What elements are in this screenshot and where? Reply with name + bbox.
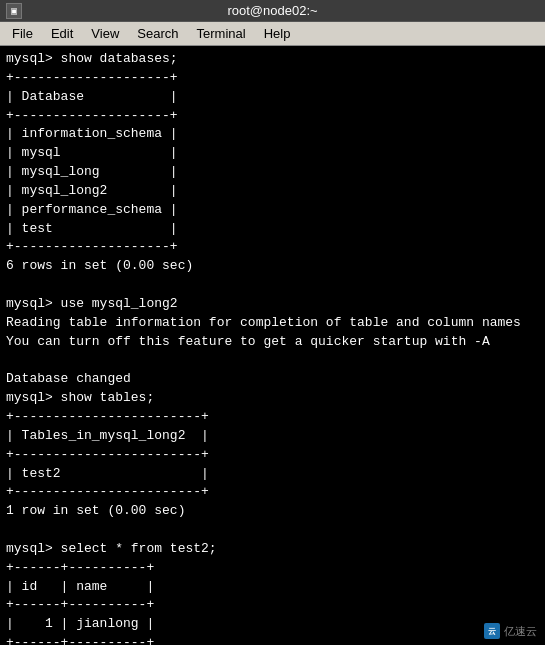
- terminal-body[interactable]: mysql> show databases; +----------------…: [0, 46, 545, 645]
- watermark-text: 亿速云: [504, 624, 537, 639]
- menu-bar: File Edit View Search Terminal Help: [0, 22, 545, 46]
- watermark: 云 亿速云: [484, 623, 537, 639]
- menu-help[interactable]: Help: [256, 24, 299, 44]
- watermark-icon: 云: [484, 623, 500, 639]
- terminal-output: mysql> show databases; +----------------…: [6, 50, 539, 645]
- menu-terminal[interactable]: Terminal: [189, 24, 254, 44]
- menu-view[interactable]: View: [83, 24, 127, 44]
- menu-file[interactable]: File: [4, 24, 41, 44]
- menu-edit[interactable]: Edit: [43, 24, 81, 44]
- menu-search[interactable]: Search: [129, 24, 186, 44]
- window-title: root@node02:~: [227, 3, 317, 18]
- window-icon: ▣: [6, 3, 22, 19]
- title-bar: ▣ root@node02:~: [0, 0, 545, 22]
